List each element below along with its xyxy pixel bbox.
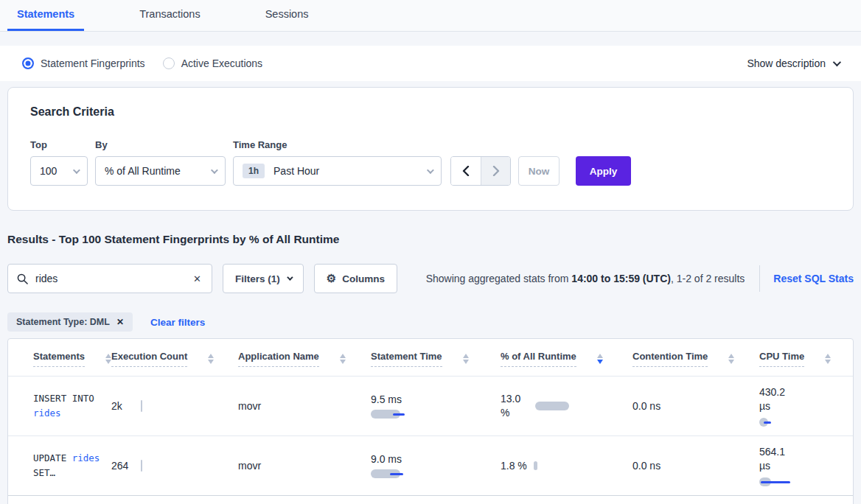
chevron-down-icon bbox=[287, 274, 293, 280]
execution-count-cell: 2k bbox=[111, 391, 238, 421]
radio-active-executions[interactable]: Active Executions bbox=[163, 57, 263, 69]
application-name-cell: movr bbox=[238, 451, 371, 480]
column-header-application-name: Application Name bbox=[238, 351, 371, 376]
chevron-left-icon bbox=[462, 166, 470, 176]
clear-filters-link[interactable]: Clear filters bbox=[150, 317, 205, 328]
table-row: UPDATE rides SET… 264 movr 9.0 ms 1.8 % … bbox=[8, 435, 853, 496]
sort-icons[interactable] bbox=[463, 354, 469, 364]
runtime-pct-cell: 1.8 % bbox=[501, 450, 632, 482]
chevron-down-icon bbox=[833, 58, 841, 66]
column-header-execution-count: Execution Count bbox=[111, 351, 238, 376]
table-row: INSERT INTO rides 2k movr 9.5 ms 13.0 % … bbox=[8, 376, 853, 435]
sort-icons[interactable] bbox=[825, 354, 831, 364]
remove-filter-icon[interactable]: ✕ bbox=[116, 317, 124, 327]
chevron-down-icon bbox=[211, 167, 218, 174]
cpu-time-stddev-marker bbox=[764, 421, 771, 424]
application-name-cell: movr bbox=[238, 391, 371, 421]
runtime-pct-bar bbox=[534, 461, 537, 470]
cpu-time-cell: 430.2 µs bbox=[759, 377, 853, 435]
time-range-select[interactable]: 1h Past Hour bbox=[233, 156, 442, 186]
search-criteria-title: Search Criteria bbox=[30, 105, 831, 119]
chevron-right-icon bbox=[492, 166, 500, 176]
view-toggle-band: Statement Fingerprints Active Executions… bbox=[0, 46, 861, 81]
column-header-runtime-pct: % of All Runtime bbox=[501, 351, 632, 376]
sort-icons[interactable] bbox=[597, 354, 603, 364]
execution-count-bar bbox=[141, 400, 142, 412]
time-nav-group bbox=[450, 156, 511, 186]
column-header-statement-time: Statement Time bbox=[371, 351, 501, 376]
clear-search-icon[interactable]: ✕ bbox=[192, 273, 203, 284]
now-button[interactable]: Now bbox=[518, 156, 560, 186]
by-field: By % of All Runtime bbox=[95, 139, 226, 186]
sort-icons[interactable] bbox=[105, 354, 111, 364]
next-time-button[interactable] bbox=[481, 157, 510, 185]
tab-statements[interactable]: Statements bbox=[7, 8, 84, 31]
aggregated-stats-note: Showing aggregated stats from 14:00 to 1… bbox=[426, 273, 745, 284]
runtime-pct-cell: 13.0 % bbox=[501, 383, 632, 429]
table-header-row: Statements Execution Count Application N… bbox=[8, 339, 853, 376]
contention-time-cell: 0.0 ns bbox=[632, 391, 759, 421]
sort-icons[interactable] bbox=[340, 354, 346, 364]
chevron-down-icon bbox=[73, 167, 80, 174]
cpu-time-cell: 564.1 µs bbox=[759, 436, 853, 495]
column-header-cpu-time: CPU Time bbox=[759, 351, 853, 376]
show-description-toggle[interactable]: Show description bbox=[747, 57, 839, 69]
search-box[interactable]: ✕ bbox=[7, 264, 212, 293]
reset-sql-stats-link[interactable]: Reset SQL Stats bbox=[773, 273, 854, 284]
results-title: Results - Top 100 Statement Fingerprints… bbox=[7, 233, 861, 246]
statement-time-stddev-marker bbox=[390, 473, 403, 475]
gear-icon: ⚙ bbox=[327, 272, 336, 285]
time-range-badge: 1h bbox=[243, 164, 265, 178]
divider bbox=[759, 265, 760, 292]
page-tabs: Statements Transactions Sessions bbox=[0, 0, 861, 32]
active-filters-row: Statement Type: DML ✕ Clear filters bbox=[7, 312, 854, 332]
column-header-contention-time: Contention Time bbox=[632, 351, 759, 376]
apply-button[interactable]: Apply bbox=[576, 156, 631, 186]
radio-statement-fingerprints[interactable]: Statement Fingerprints bbox=[22, 57, 145, 69]
contention-time-cell: 0.0 ns bbox=[632, 451, 759, 480]
filters-button[interactable]: Filters (1) bbox=[223, 264, 304, 293]
by-select[interactable]: % of All Runtime bbox=[95, 156, 226, 186]
previous-time-button[interactable] bbox=[451, 157, 481, 185]
statement-time-cell: 9.0 ms bbox=[371, 444, 501, 487]
column-header-statements: Statements bbox=[8, 351, 111, 376]
radio-unselected-icon bbox=[163, 57, 175, 69]
execution-count-cell: 264 bbox=[111, 451, 238, 480]
statements-table: Statements Execution Count Application N… bbox=[7, 338, 854, 504]
statement-link[interactable]: INSERT INTO rides bbox=[33, 391, 111, 421]
statement-link[interactable]: UPDATE rides SET… bbox=[33, 451, 111, 480]
execution-count-bar bbox=[141, 460, 142, 472]
cpu-time-stddev-marker bbox=[761, 481, 790, 483]
statement-time-cell: 9.5 ms bbox=[371, 385, 501, 427]
sort-icons[interactable] bbox=[728, 354, 734, 364]
search-input[interactable] bbox=[35, 273, 192, 284]
time-range-field: Time Range 1h Past Hour bbox=[233, 139, 442, 186]
tab-transactions[interactable]: Transactions bbox=[130, 8, 209, 31]
filter-pill-statement-type[interactable]: Statement Type: DML ✕ bbox=[7, 312, 133, 332]
sort-icons[interactable] bbox=[208, 354, 214, 364]
results-controls: ✕ Filters (1) ⚙ Columns Showing aggregat… bbox=[7, 264, 854, 293]
runtime-pct-bar bbox=[535, 402, 569, 410]
columns-button[interactable]: ⚙ Columns bbox=[314, 264, 397, 293]
top-field: Top 100 bbox=[30, 139, 88, 186]
tab-sessions[interactable]: Sessions bbox=[256, 8, 318, 31]
statement-time-stddev-marker bbox=[393, 413, 405, 416]
chevron-down-icon bbox=[427, 167, 434, 174]
search-criteria-card: Search Criteria Top 100 By % of All Runt… bbox=[7, 87, 854, 211]
top-select[interactable]: 100 bbox=[30, 156, 88, 186]
search-icon bbox=[17, 273, 28, 284]
radio-selected-icon bbox=[22, 57, 34, 69]
